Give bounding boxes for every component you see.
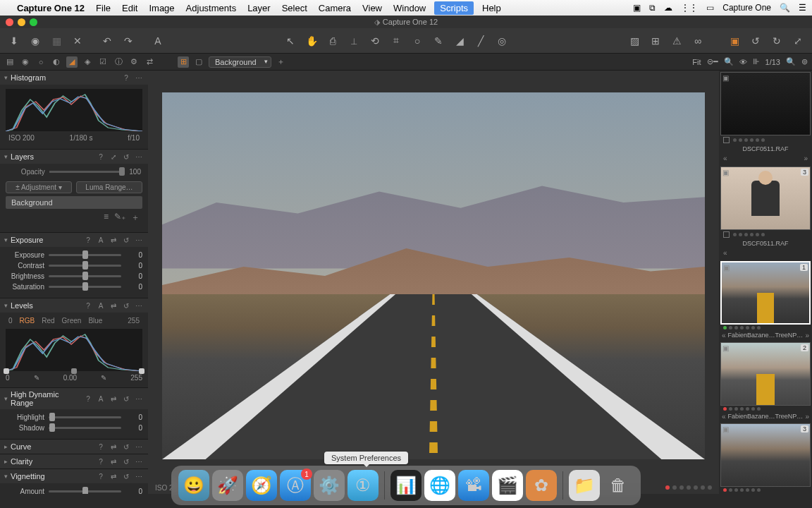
wifi-icon[interactable]: ⋮⋮ [681,3,698,13]
help-icon[interactable]: ? [96,471,106,481]
app-name[interactable]: Capture One 12 [17,3,85,13]
menubar-right-app[interactable]: Capture One [722,3,771,13]
dropbox-icon[interactable]: ⧉ [649,3,656,13]
chevron-right-icon[interactable]: ▸ [4,443,8,450]
color-tag-dot[interactable] [701,485,705,490]
undo-icon[interactable]: ↶ [100,34,114,48]
dock-app-icon[interactable]: ✿ [526,470,557,501]
shadow-value[interactable]: 0 [125,424,142,432]
exposure-value[interactable]: 0 [125,251,142,259]
chevron-down-icon[interactable]: ▾ [4,236,8,243]
color-tag-dot[interactable] [694,485,698,490]
process-icon[interactable]: ▣ [727,34,742,48]
levels-graph[interactable] [6,329,142,371]
next-variant-icon[interactable]: » [804,155,808,162]
auto-icon[interactable]: A [96,394,106,404]
loupe-icon[interactable]: ∞ [691,34,705,48]
auto-icon[interactable]: A [96,301,106,310]
color-tag-green[interactable] [723,326,727,329]
color-tag-red[interactable] [723,407,727,411]
contrast-value[interactable]: 0 [125,262,142,270]
battery-icon[interactable]: ▭ [706,3,714,13]
reset-icon[interactable]: ↺ [121,456,131,466]
search-icon[interactable]: 🔍 [780,3,790,13]
levels-handle-mid[interactable] [71,368,77,374]
shadow-slider[interactable] [49,427,121,429]
print-tool-icon[interactable]: ⎙ [326,34,340,48]
view-single-icon[interactable]: ▢ [193,56,204,68]
slider-icon[interactable]: ⊪ [753,57,760,66]
expand-icon[interactable]: ⤢ [791,34,805,48]
select-checkbox[interactable] [723,137,730,143]
close-window-button[interactable] [6,18,13,26]
tab-lens-icon[interactable]: ○ [35,56,47,68]
color-tag-dot[interactable] [687,485,691,490]
exposure-slider[interactable] [49,254,121,256]
zoom-slider-icon[interactable]: ⊝━ [707,57,718,66]
gradient-tool-icon[interactable]: ╱ [474,34,488,48]
levels-tab-green[interactable]: Green [62,317,82,325]
redo-icon[interactable]: ↷ [121,34,135,48]
tab-library-icon[interactable]: ▤ [4,56,16,68]
prev-variant-icon[interactable]: « [723,155,727,162]
thumbnail-item[interactable]: ▣ DSCF0511.RAF «» [720,72,811,164]
expand-icon[interactable]: ⤢ [109,152,118,162]
saturation-value[interactable]: 0 [125,283,142,291]
dock-keynote-icon[interactable]: 📽 [458,470,489,501]
prev-variant-icon[interactable]: « [720,332,727,339]
chevron-right-icon[interactable]: ▸ [4,458,8,465]
screen-record-icon[interactable]: ▣ [633,3,641,13]
cancel-icon[interactable]: ✕ [70,34,85,48]
dock-capture-one-icon[interactable]: ① [347,470,379,501]
contrast-slider[interactable] [49,265,121,267]
control-center-icon[interactable]: ☰ [799,3,806,13]
highlight-value[interactable]: 0 [125,413,142,421]
preview-icon[interactable]: 👁 [739,58,747,66]
copy-icon[interactable]: ⇄ [109,456,118,466]
filter-search-icon[interactable]: 🔍 [786,57,796,66]
layer-options-icon[interactable]: ≡ [104,212,109,224]
rotate-left-icon[interactable]: ↺ [749,34,763,48]
levels-tab-blue[interactable]: Blue [88,317,102,325]
levels-tab-0[interactable]: 0 [8,317,13,325]
chevron-down-icon[interactable]: ▾ [4,473,8,480]
adjustment-dropdown[interactable]: ± Adjustment ▾ [6,181,72,193]
keystone-tool-icon[interactable]: ⌗ [389,34,403,48]
capture-icon[interactable]: ◉ [28,34,42,48]
tab-output-icon[interactable]: ⚙ [128,56,140,68]
menu-scripts[interactable]: Scripts [434,1,474,15]
luma-range-button[interactable]: Luma Range… [76,181,142,193]
color-tag-red[interactable] [723,488,727,492]
thumbnail-item[interactable]: ▣1 «FabienBazane…TreeNP-5.eip» [720,261,811,339]
menu-help[interactable]: Help [482,3,501,13]
reset-icon[interactable]: ↺ [121,394,131,404]
menu-view[interactable]: View [362,3,382,13]
crop-tool-icon[interactable]: ⟂ [347,34,361,48]
help-icon[interactable]: ? [96,456,106,466]
chevron-down-icon[interactable]: ▾ [4,74,8,81]
opacity-slider-thumb[interactable] [119,167,125,176]
menu-edit[interactable]: Edit [122,3,137,13]
amount-slider[interactable] [49,490,121,492]
color-tag-dot[interactable] [672,485,677,490]
color-tag-dot[interactable] [679,485,684,490]
menu-layer[interactable]: Layer [247,3,271,13]
cloud-icon[interactable]: ☁ [664,3,672,13]
rotate-tool-icon[interactable]: ⟲ [368,34,382,48]
focus-mask-icon[interactable]: ⚠ [670,34,684,48]
levels-tab-rgb[interactable]: RGB [20,317,35,325]
tab-color-icon[interactable]: ◐ [51,56,62,68]
more-icon[interactable]: ⋯ [134,456,144,466]
import-icon[interactable]: ⬇ [7,34,21,48]
auto-icon[interactable]: A [96,235,106,245]
exposure-warning-icon[interactable]: ▨ [627,34,641,48]
thumbnail-item[interactable]: ▣3 «FabienBazane…TreeNP-5.eip [720,423,811,494]
help-icon[interactable]: ? [121,73,131,83]
help-icon[interactable]: ? [83,394,93,404]
reset-icon[interactable]: ↺ [121,301,131,310]
more-icon[interactable]: ⋯ [134,471,144,481]
spot-tool-icon[interactable]: ○ [410,34,424,48]
prev-variant-icon[interactable]: « [720,494,727,495]
more-icon[interactable]: ⋯ [134,73,144,83]
levels-mid-value[interactable]: 0.00 [63,374,77,382]
